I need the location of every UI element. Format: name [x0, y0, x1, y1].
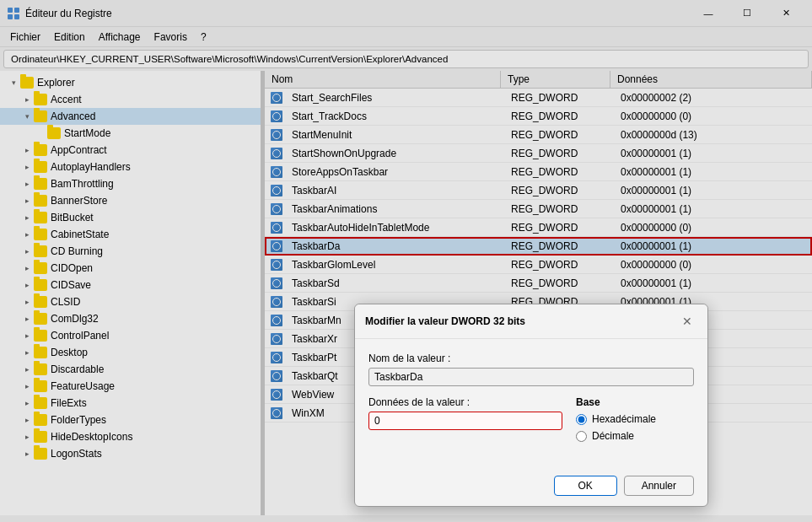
- dialog-title: Modifier la valeur DWORD 32 bits: [365, 315, 677, 327]
- ok-button[interactable]: OK: [554, 476, 617, 496]
- radio-hexadecimal-label: Hexadécimale: [592, 413, 656, 425]
- modal-overlay: Modifier la valeur DWORD 32 bits ✕ Nom d…: [0, 0, 812, 515]
- base-label: Base: [576, 396, 694, 408]
- value-data-label: Données de la valeur :: [368, 396, 562, 408]
- dialog-title-bar: Modifier la valeur DWORD 32 bits ✕: [355, 304, 707, 339]
- value-name-input[interactable]: [368, 368, 694, 386]
- edit-dword-dialog: Modifier la valeur DWORD 32 bits ✕ Nom d…: [354, 304, 708, 507]
- radio-decimal[interactable]: Décimale: [576, 430, 694, 442]
- data-row: Données de la valeur : Base Hexadécimale…: [368, 396, 694, 442]
- cancel-button[interactable]: Annuler: [624, 476, 694, 496]
- dialog-buttons: OK Annuler: [355, 469, 707, 506]
- radio-hexadecimal-input[interactable]: [576, 414, 587, 425]
- data-section: Données de la valeur :: [368, 396, 562, 442]
- value-data-input[interactable]: [368, 412, 562, 430]
- radio-decimal-label: Décimale: [592, 430, 634, 442]
- radio-hexadecimal[interactable]: Hexadécimale: [576, 413, 694, 425]
- radio-decimal-input[interactable]: [576, 431, 587, 442]
- dialog-close-button[interactable]: ✕: [677, 311, 697, 331]
- radio-group: Hexadécimale Décimale: [576, 413, 694, 442]
- base-section: Base Hexadécimale Décimale: [576, 396, 694, 442]
- value-name-label: Nom de la valeur :: [368, 352, 694, 364]
- dialog-body: Nom de la valeur : Données de la valeur …: [355, 339, 707, 469]
